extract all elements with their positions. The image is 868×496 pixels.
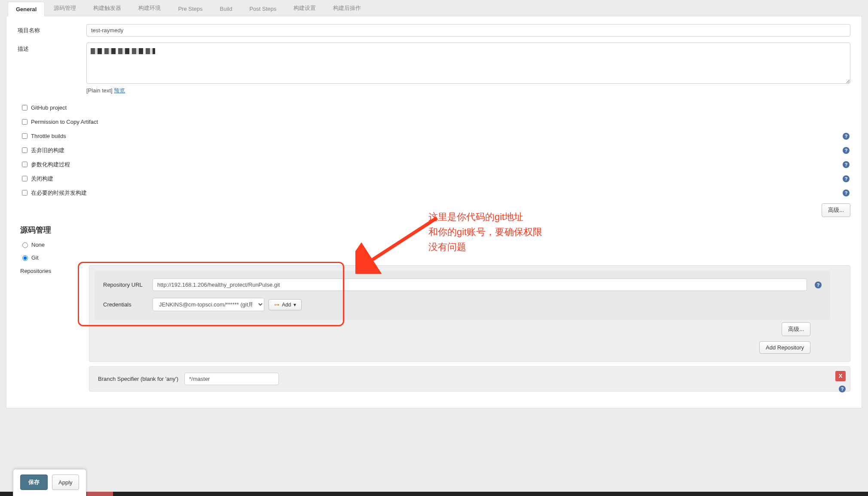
description-label: 描述	[18, 43, 86, 53]
repo-url-input[interactable]	[153, 279, 807, 291]
tab-general[interactable]: General	[8, 2, 45, 16]
repositories-label: Repositories	[20, 265, 89, 392]
plaintext-label: [Plain text]	[86, 87, 114, 94]
key-icon: ⊶	[274, 302, 279, 308]
branch-panel: X ? Branch Specifier (blank for 'any')	[89, 366, 850, 392]
add-credentials-button[interactable]: ⊶ Add ▾	[269, 299, 302, 310]
project-name-label: 项目名称	[18, 24, 86, 34]
general-advanced-button[interactable]: 高级...	[822, 203, 850, 217]
help-icon[interactable]: ?	[815, 282, 822, 288]
repo-url-label: Repository URL	[103, 282, 153, 288]
credentials-select[interactable]: JENKINS@cm-topsci.com/****** (git用户)	[153, 298, 264, 311]
permission-copy-label: Permission to Copy Artifact	[31, 119, 98, 125]
svg-line-0	[364, 218, 437, 265]
help-icon[interactable]: ?	[843, 175, 850, 182]
project-name-input[interactable]	[86, 24, 850, 37]
tab-env[interactable]: 构建环境	[130, 0, 169, 16]
tab-pre[interactable]: Pre Steps	[170, 1, 211, 16]
tab-postops[interactable]: 构建后操作	[325, 0, 369, 16]
branch-specifier-label: Branch Specifier (blank for 'any')	[98, 376, 178, 382]
help-icon[interactable]: ?	[843, 133, 850, 140]
concurrent-checkbox[interactable]	[22, 190, 28, 196]
repo-advanced-button[interactable]: 高级...	[782, 322, 810, 336]
help-icon[interactable]: ?	[843, 190, 850, 196]
scm-none-label: None	[31, 242, 45, 248]
disable-label: 关闭构建	[31, 175, 53, 183]
permission-copy-checkbox[interactable]	[22, 119, 28, 125]
chevron-down-icon: ▾	[293, 302, 296, 308]
scm-git-radio[interactable]	[22, 255, 28, 261]
scm-git-label: Git	[31, 254, 39, 261]
parameterized-label: 参数化构建过程	[31, 161, 70, 168]
help-icon[interactable]: ?	[839, 386, 846, 392]
help-icon[interactable]: ?	[843, 147, 850, 154]
annotation-callout: 这里是你代码的git地址 和你的git账号，要确保权限 没有问题	[428, 209, 542, 255]
concurrent-label: 在必要的时候并发构建	[31, 189, 87, 197]
github-project-checkbox[interactable]	[22, 105, 28, 110]
credentials-label: Credentials	[103, 301, 153, 308]
branch-specifier-input[interactable]	[184, 373, 279, 385]
throttle-label: Throttle builds	[31, 133, 66, 139]
parameterized-checkbox[interactable]	[22, 162, 28, 167]
preview-link[interactable]: 预览	[114, 87, 125, 94]
throttle-checkbox[interactable]	[22, 133, 28, 139]
help-icon[interactable]: ?	[843, 161, 850, 168]
scm-none-radio[interactable]	[22, 242, 28, 248]
tab-triggers[interactable]: 构建触发器	[85, 0, 129, 16]
discard-old-label: 丢弃旧的构建	[31, 147, 64, 154]
tab-build[interactable]: Build	[212, 1, 241, 16]
github-project-label: GitHub project	[31, 104, 67, 111]
description-redacted	[91, 48, 155, 54]
repository-panel: Repository URL ? Credentials	[89, 265, 850, 362]
add-repository-button[interactable]: Add Repository	[759, 341, 810, 354]
tab-scm[interactable]: 源码管理	[46, 0, 84, 16]
disable-checkbox[interactable]	[22, 176, 28, 181]
discard-old-checkbox[interactable]	[22, 147, 28, 153]
remove-branch-button[interactable]: X	[835, 371, 846, 381]
description-textarea[interactable]	[86, 43, 850, 84]
tab-settings[interactable]: 构建设置	[285, 0, 324, 16]
tab-post[interactable]: Post Steps	[241, 1, 284, 16]
config-tabs: General 源码管理 构建触发器 构建环境 Pre Steps Build …	[6, 0, 862, 16]
